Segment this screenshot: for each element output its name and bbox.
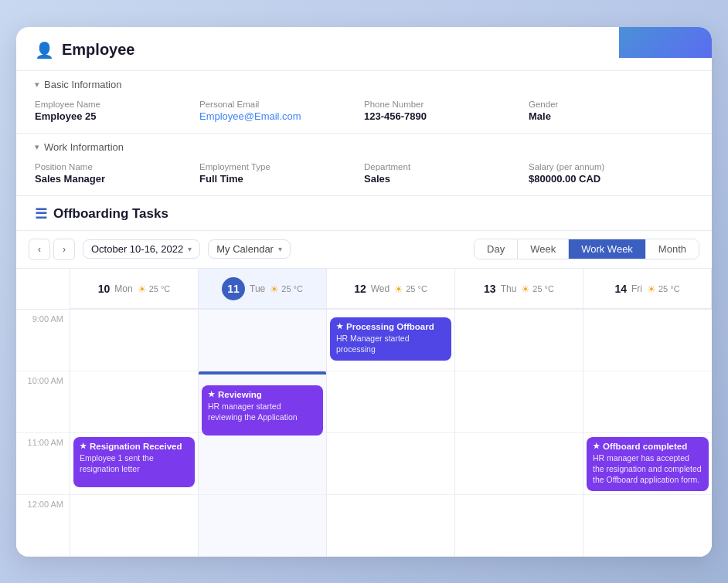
weather-12: ☀ 25 °C <box>394 283 427 295</box>
cell-13-10am <box>455 371 583 433</box>
day-name-tue: Tue <box>250 283 265 294</box>
event-offboard-desc: HR manager has accepted the resignation … <box>593 453 702 486</box>
personal-email-cell: Personal Email Employee@Email.com <box>199 98 364 124</box>
cell-13-9am <box>455 310 583 371</box>
timeslot-12am: 12:00 AM <box>16 495 70 557</box>
page-title: Employee <box>62 41 134 59</box>
day-col-12: ★ Processing Offboard HR Manager started… <box>327 310 455 557</box>
cell-11-11am <box>199 433 326 495</box>
offboarding-title-row: ☰ Offboarding Tasks <box>16 196 712 231</box>
day-num-10: 10 <box>98 283 111 295</box>
work-info-grid: Position Name Sales Manager Employment T… <box>35 161 693 186</box>
calendar-day-headers: 10 Mon ☀ 25 °C 11 Tue ☀ 25 °C 12 Wed ☀ 2… <box>16 269 712 310</box>
event-offboard-completed[interactable]: ★ Offboard completed HR manager has acce… <box>587 437 709 491</box>
work-info-label: Work Informartion <box>44 141 124 153</box>
gender-cell: Gender Male <box>529 98 693 124</box>
employment-type-value: Full Time <box>199 173 364 185</box>
event-reviewing-title: ★ Reviewing <box>208 390 317 399</box>
event-reviewing[interactable]: ★ Reviewing HR manager started reviewing… <box>202 385 323 436</box>
cell-10-11am: ★ Resignation Received Employee 1 sent t… <box>70 433 198 495</box>
day-num-13: 13 <box>484 283 496 295</box>
gender-value: Male <box>529 110 693 122</box>
personal-email-value[interactable]: Employee@Email.com <box>199 110 364 122</box>
day-col-11: ★ Reviewing HR manager started reviewing… <box>199 310 327 557</box>
position-label: Position Name <box>35 162 199 171</box>
event-offboard-title: ★ Offboard completed <box>593 442 702 451</box>
star-icon-2: ★ <box>208 390 215 398</box>
sun-icon-12: ☀ <box>394 283 403 295</box>
cell-10-9am <box>70 310 198 371</box>
time-column: 9:00 AM 10:00 AM 11:00 AM 12:00 AM <box>16 310 70 557</box>
work-info-toggle[interactable]: ▾ Work Informartion <box>35 141 693 153</box>
event-processing-desc: HR Manager started processing <box>336 333 445 354</box>
calendar-range[interactable]: October 10-16, 2022 ▾ <box>83 239 200 259</box>
employment-type-label: Employment Type <box>199 162 364 171</box>
day-name-thu: Thu <box>501 283 517 294</box>
weather-14: ☀ 25 °C <box>647 283 680 295</box>
calendar-toolbar: ‹ › October 10-16, 2022 ▾ My Calendar ▾ … <box>16 231 712 269</box>
employment-type-cell: Employment Type Full Time <box>199 161 364 186</box>
page-header: 👤 Employee <box>16 27 712 71</box>
day-header-14: 14 Fri ☀ 25 °C <box>583 269 712 309</box>
sun-icon-13: ☀ <box>521 283 530 295</box>
cell-11-12am <box>199 495 326 557</box>
main-card: 👤 Employee ▾ Basic Information Employee … <box>16 27 712 557</box>
tab-day[interactable]: Day <box>475 239 518 259</box>
day-header-13: 13 Thu ☀ 25 °C <box>455 269 583 309</box>
cell-12-9am: ★ Processing Offboard HR Manager started… <box>327 310 454 371</box>
calendar-nav: ‹ › <box>29 239 75 260</box>
cell-11-9am <box>199 310 326 371</box>
event-processing-title: ★ Processing Offboard <box>336 322 445 331</box>
cell-14-9am <box>583 310 712 371</box>
view-tabs: Day Week Work Week Month <box>474 239 699 259</box>
work-info-section: ▾ Work Informartion Position Name Sales … <box>16 134 712 196</box>
today-indicator <box>199 371 326 375</box>
basic-info-label: Basic Information <box>44 79 121 90</box>
tab-work-week[interactable]: Work Week <box>569 239 646 259</box>
day-col-13 <box>455 310 583 557</box>
cell-10-12am <box>70 495 198 557</box>
basic-info-toggle[interactable]: ▾ Basic Information <box>35 79 693 90</box>
day-name-wed: Wed <box>371 283 390 294</box>
weather-11: ☀ 25 °C <box>270 283 303 295</box>
my-calendar-dropdown[interactable]: My Calendar ▾ <box>208 239 291 259</box>
cell-14-12am <box>583 495 712 557</box>
event-resignation-received[interactable]: ★ Resignation Received Employee 1 sent t… <box>73 437 195 487</box>
star-icon-3: ★ <box>336 322 343 330</box>
salary-value: $80000.00 CAD <box>529 173 693 185</box>
employee-name-cell: Employee Name Employee 25 <box>35 98 199 124</box>
tab-month[interactable]: Month <box>646 239 699 259</box>
event-processing[interactable]: ★ Processing Offboard HR Manager started… <box>330 317 451 361</box>
personal-email-label: Personal Email <box>199 100 364 109</box>
person-icon: 👤 <box>35 41 54 59</box>
cell-13-11am <box>455 433 583 495</box>
prev-button[interactable]: ‹ <box>29 239 50 260</box>
day-num-14: 14 <box>614 283 627 295</box>
next-button[interactable]: › <box>53 239 75 260</box>
range-caret-icon: ▾ <box>188 245 192 253</box>
event-resignation-title: ★ Resignation Received <box>80 442 189 451</box>
tab-week[interactable]: Week <box>518 239 569 259</box>
cell-12-10am <box>327 371 454 433</box>
employee-name-value: Employee 25 <box>35 110 199 122</box>
day-col-14: ★ Offboard completed HR manager has acce… <box>583 310 712 557</box>
cell-11-10am: ★ Reviewing HR manager started reviewing… <box>199 371 326 433</box>
day-header-12: 12 Wed ☀ 25 °C <box>327 269 455 309</box>
sun-icon-14: ☀ <box>647 283 656 295</box>
phone-cell: Phone Number 123-456-7890 <box>364 98 529 124</box>
chevron-down-icon: ▾ <box>35 80 39 90</box>
weather-13: ☀ 25 °C <box>521 283 554 295</box>
my-calendar-label: My Calendar <box>216 243 274 255</box>
day-header-10: 10 Mon ☀ 25 °C <box>70 269 199 309</box>
cell-14-10am <box>583 371 712 433</box>
cell-12-11am <box>327 433 454 495</box>
position-value: Sales Manager <box>35 173 199 185</box>
salary-label: Salary (per annum) <box>529 162 693 171</box>
list-icon: ☰ <box>35 205 47 222</box>
offboarding-title: Offboarding Tasks <box>53 206 168 222</box>
employee-name-label: Employee Name <box>35 100 199 109</box>
timeslot-9am: 9:00 AM <box>16 310 70 371</box>
day-num-11: 11 <box>222 277 245 300</box>
sun-icon-11: ☀ <box>270 283 279 295</box>
department-value: Sales <box>364 173 529 185</box>
